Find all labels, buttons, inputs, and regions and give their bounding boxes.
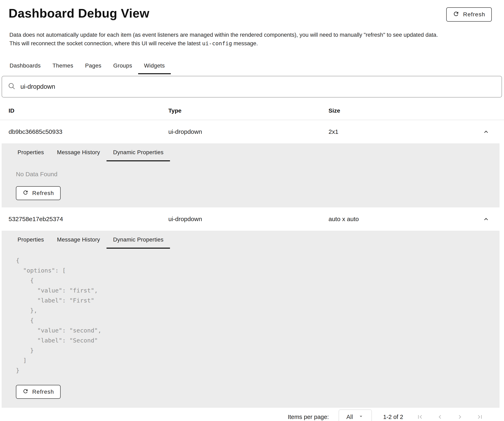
page-range-label: 1-2 of 2 [383,414,403,420]
description-line-2-text: This will reconnect the socket connectio… [9,40,202,47]
detail-tab-bar-row-1: Properties Message History Dynamic Prope… [2,143,499,161]
description: Data does not automatically update for e… [9,31,495,48]
refresh-button-label: Refresh [32,389,54,395]
chevron-up-icon[interactable] [482,128,490,136]
tab-dynamic-properties[interactable]: Dynamic Properties [107,144,170,161]
table-row-532758e17eb25374[interactable]: 532758e17eb25374 ui-dropdown auto x auto [0,208,504,231]
column-header-id: ID [0,107,160,114]
dashboard-debug-view: Dashboard Debug View Refresh Data does n… [0,0,504,421]
refresh-button-label: Refresh [463,11,485,18]
page-size-value: All [347,414,353,420]
prev-page-icon[interactable] [436,413,444,421]
column-header-size: Size [320,107,504,114]
page-size-select[interactable]: All [339,409,372,421]
search-input[interactable] [20,83,496,90]
detail-panel-row-2: Properties Message History Dynamic Prope… [2,231,499,408]
tab-themes[interactable]: Themes [47,58,79,74]
tab-properties[interactable]: Properties [11,144,50,161]
page-title: Dashboard Debug View [9,6,149,20]
search-box[interactable] [2,76,502,97]
items-per-page-label: Items per page: [288,414,329,420]
detail-panel-row-1: Properties Message History Dynamic Prope… [2,143,499,208]
paginator: Items per page: All 1-2 of 2 [0,408,504,421]
refresh-icon [23,388,29,396]
refresh-button-top[interactable]: Refresh [446,7,492,22]
refresh-icon [23,190,29,197]
dropdown-arrow-icon [358,413,364,421]
refresh-icon [453,11,459,18]
cell-size: 2x1 [320,128,504,135]
description-line-1: Data does not automatically update for e… [9,31,495,39]
search-icon [8,82,16,91]
detail-tab-bar-row-2: Properties Message History Dynamic Prope… [2,231,499,249]
refresh-button-row-1[interactable]: Refresh [16,186,61,200]
tab-message-history[interactable]: Message History [50,144,107,161]
no-data-message: No Data Found [16,171,499,178]
ui-config-code: ui-config [202,40,232,47]
tab-properties[interactable]: Properties [11,231,50,249]
last-page-icon[interactable] [476,413,484,421]
cell-type: ui-dropdown [160,216,320,223]
tab-message-history[interactable]: Message History [50,231,107,249]
pager-nav [416,413,484,421]
column-header-type: Type [160,107,320,114]
tab-widgets[interactable]: Widgets [138,58,171,74]
table-row-db9bc36685c50933[interactable]: db9bc36685c50933 ui-dropdown 2x1 [0,120,504,143]
table-header: ID Type Size [0,97,504,120]
tab-pages[interactable]: Pages [79,58,107,74]
first-page-icon[interactable] [416,413,424,421]
chevron-up-icon[interactable] [482,215,490,223]
cell-type: ui-dropdown [160,128,320,135]
refresh-button-row-2[interactable]: Refresh [16,385,61,399]
cell-id: 532758e17eb25374 [0,216,160,223]
refresh-button-label: Refresh [32,190,54,196]
cell-id: db9bc36685c50933 [0,128,160,135]
main-tab-bar: Dashboards Themes Pages Groups Widgets [0,58,504,74]
cell-size: auto x auto [320,216,504,223]
header: Dashboard Debug View Refresh [0,0,504,22]
tab-groups[interactable]: Groups [107,58,138,74]
dynamic-properties-json: { "options": [ { "value": "first", "labe… [16,255,499,375]
description-line-2-suffix: message. [232,40,258,47]
description-line-2: This will reconnect the socket connectio… [9,39,495,48]
next-page-icon[interactable] [456,413,464,421]
tab-dynamic-properties[interactable]: Dynamic Properties [107,231,170,249]
tab-dashboards[interactable]: Dashboards [4,58,47,74]
